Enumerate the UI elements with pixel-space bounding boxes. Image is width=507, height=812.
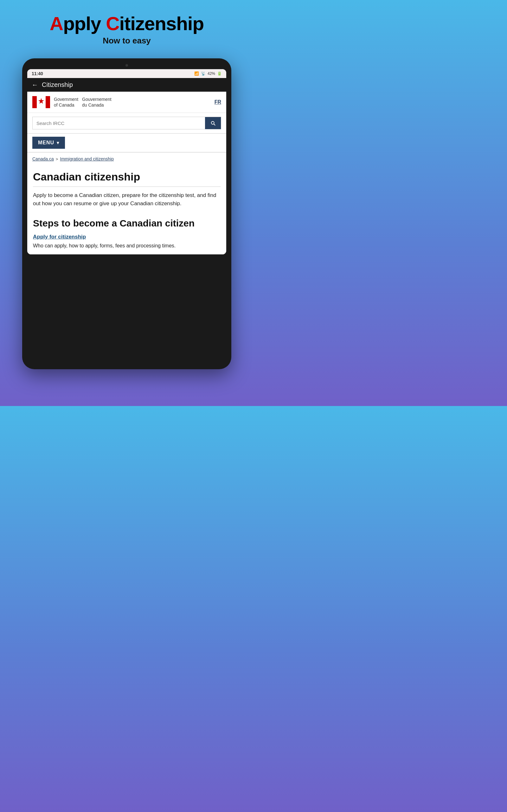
website-content: Governmentof Canada Gouvernementdu Canad… xyxy=(27,92,226,254)
canada-flag-svg xyxy=(32,96,50,108)
heading-divider xyxy=(33,187,221,187)
gov-header: Governmentof Canada Gouvernementdu Canad… xyxy=(27,92,226,113)
breadcrumb-home[interactable]: Canada.ca xyxy=(32,156,54,161)
gov-text-fr: Gouvernementdu Canada xyxy=(82,96,112,108)
status-bar: 11:40 📶 📡 42% 🔋 xyxy=(27,69,226,78)
tablet-device: 11:40 📶 📡 42% 🔋 ← Citizenship xyxy=(22,58,231,369)
status-time: 11:40 xyxy=(32,71,43,76)
menu-label: MENU xyxy=(38,140,54,146)
navbar-title: Citizenship xyxy=(42,81,73,89)
search-icon xyxy=(210,120,216,126)
gov-text-en: Governmentof Canada xyxy=(54,96,78,108)
menu-chevron-icon: ▾ xyxy=(57,140,59,145)
canada-flag-logo xyxy=(32,96,50,108)
title-accent-a: A xyxy=(50,13,63,34)
status-icons: 📶 📡 42% 🔋 xyxy=(194,71,222,76)
steps-heading: Steps to become a Canadian citizen xyxy=(33,217,221,229)
menu-button[interactable]: MENU ▾ xyxy=(32,137,65,149)
battery-icon: 🔋 xyxy=(217,71,222,76)
svg-rect-2 xyxy=(46,96,50,108)
back-button[interactable]: ← xyxy=(32,81,38,89)
svg-rect-0 xyxy=(32,96,37,108)
search-box xyxy=(32,117,221,130)
menu-bar: MENU ▾ xyxy=(27,134,226,153)
breadcrumb-current[interactable]: Immigration and citizenship xyxy=(60,156,114,161)
tablet-notch xyxy=(27,64,226,67)
breadcrumb: Canada.ca > Immigration and citizenship xyxy=(27,153,226,165)
signal-icon: 📶 xyxy=(194,71,199,76)
tablet-camera xyxy=(125,64,128,67)
app-title: Apply Citizenship xyxy=(50,13,204,35)
battery-text: 42% xyxy=(208,71,215,76)
page-heading: Canadian citizenship xyxy=(33,170,221,183)
page-description: Apply to become a Canadian citizen, prep… xyxy=(33,191,221,208)
main-content: Canadian citizenship Apply to become a C… xyxy=(27,165,226,254)
language-switch[interactable]: FR xyxy=(215,99,221,105)
app-title-container: Apply Citizenship Now to easy xyxy=(50,13,204,46)
app-subtitle: Now to easy xyxy=(50,36,204,46)
breadcrumb-separator: > xyxy=(56,157,58,161)
search-input[interactable] xyxy=(33,117,205,129)
apply-description: Who can apply, how to apply, forms, fees… xyxy=(33,242,221,249)
title-accent-c: C xyxy=(106,13,119,34)
wifi-icon: 📡 xyxy=(201,71,206,76)
apply-citizenship-link[interactable]: Apply for citizenship xyxy=(33,234,221,240)
tablet-screen: 11:40 📶 📡 42% 🔋 ← Citizenship xyxy=(27,69,226,254)
app-navbar: ← Citizenship xyxy=(27,78,226,92)
search-area xyxy=(27,113,226,134)
search-button[interactable] xyxy=(205,117,221,129)
gov-logo-area: Governmentof Canada Gouvernementdu Canad… xyxy=(32,96,112,108)
